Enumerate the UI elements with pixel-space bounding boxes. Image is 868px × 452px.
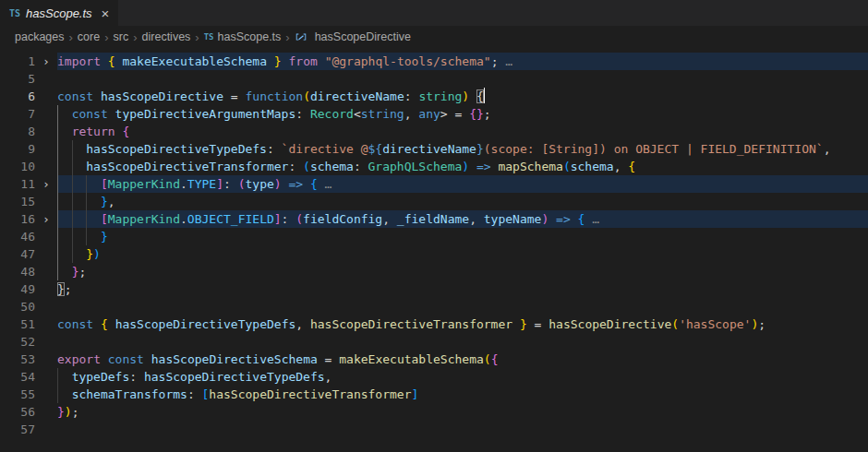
code-content[interactable]: } bbox=[57, 228, 868, 245]
typescript-file-icon: TS bbox=[204, 32, 214, 42]
code-line-10[interactable]: 10hasScopeDirectiveTransformer: (schema:… bbox=[0, 158, 868, 175]
line-number: 49 bbox=[0, 280, 35, 298]
tab-hasscope[interactable]: TS hasScope.ts × bbox=[0, 0, 118, 26]
code-line-1[interactable]: 1›import { makeExecutableSchema } from "… bbox=[0, 53, 868, 70]
indent-guide bbox=[72, 158, 87, 175]
breadcrumb-item-symbol[interactable]: hasScopeDirective bbox=[295, 30, 411, 43]
code-token: [ bbox=[101, 212, 108, 226]
fold-chevron-icon[interactable]: › bbox=[35, 175, 57, 193]
fold-chevron-icon[interactable]: › bbox=[35, 53, 57, 70]
code-content[interactable]: import { makeExecutableSchema } from "@g… bbox=[57, 53, 868, 70]
code-token: from bbox=[288, 54, 317, 68]
breadcrumb-item-directives[interactable]: directives bbox=[142, 30, 191, 43]
code-line-46[interactable]: 46} bbox=[0, 228, 868, 245]
code-editor[interactable]: 1›import { makeExecutableSchema } from "… bbox=[0, 48, 868, 438]
code-line-56[interactable]: 56}); bbox=[0, 403, 868, 421]
code-token: } bbox=[274, 54, 282, 68]
code-line-15[interactable]: 15}, bbox=[0, 193, 868, 210]
close-icon[interactable]: × bbox=[102, 6, 110, 20]
code-line-48[interactable]: 48}; bbox=[0, 263, 868, 280]
code-content[interactable]: return { bbox=[57, 123, 868, 140]
line-number: 16 bbox=[0, 210, 35, 228]
code-content[interactable]: export const hasScopeDirectiveSchema = m… bbox=[57, 351, 868, 368]
code-line-9[interactable]: 9hasScopeDirectiveTypeDefs: `directive @… bbox=[0, 140, 868, 158]
code-token: ] bbox=[216, 177, 223, 191]
code-content[interactable]: }); bbox=[57, 403, 868, 421]
code-content[interactable]: hasScopeDirectiveTransformer: (schema: G… bbox=[57, 158, 868, 175]
code-line-6[interactable]: 6const hasScopeDirective = function(dire… bbox=[0, 88, 868, 105]
indent-guide bbox=[57, 105, 72, 123]
typescript-file-icon: TS bbox=[9, 8, 20, 18]
code-line-47[interactable]: 47}) bbox=[0, 245, 868, 263]
code-token: … bbox=[498, 54, 512, 68]
line-number: 9 bbox=[0, 140, 35, 158]
line-number: 54 bbox=[0, 368, 35, 386]
code-line-57[interactable]: 57 bbox=[0, 421, 868, 438]
code-content[interactable] bbox=[57, 421, 868, 438]
code-line-55[interactable]: 55schemaTransforms: [hasScopeDirectiveTr… bbox=[0, 386, 868, 403]
code-token: string bbox=[361, 107, 404, 121]
code-content[interactable]: const hasScopeDirective = function(direc… bbox=[57, 88, 868, 105]
code-token: `directive @ bbox=[282, 142, 368, 156]
code-token: return bbox=[72, 125, 115, 138]
code-token: ) bbox=[462, 160, 469, 173]
code-content[interactable]: const typeDirectiveArgumentMaps: Record<… bbox=[57, 105, 868, 123]
code-token: , bbox=[295, 317, 310, 331]
line-number: 46 bbox=[0, 228, 35, 245]
code-line-53[interactable]: 53export const hasScopeDirectiveSchema =… bbox=[0, 351, 868, 368]
code-line-50[interactable]: 50 bbox=[0, 298, 868, 315]
code-token bbox=[267, 54, 274, 68]
indent-guide bbox=[86, 210, 101, 228]
line-number: 10 bbox=[0, 158, 35, 175]
code-token: schemaTransforms bbox=[72, 387, 187, 401]
code-token: => bbox=[476, 160, 491, 173]
code-content[interactable]: }; bbox=[57, 280, 868, 298]
code-content[interactable]: typeDefs: hasScopeDirectiveTypeDefs, bbox=[57, 368, 868, 386]
gutter: 6 bbox=[0, 88, 57, 105]
indent-guide bbox=[72, 245, 87, 263]
code-token: = bbox=[223, 89, 245, 103]
code-content[interactable]: const { hasScopeDirectiveTypeDefs, hasSc… bbox=[57, 315, 868, 333]
code-line-51[interactable]: 51const { hasScopeDirectiveTypeDefs, has… bbox=[0, 315, 868, 333]
code-token: { bbox=[310, 177, 318, 191]
code-token: function bbox=[246, 89, 304, 103]
code-line-11[interactable]: 11›[MapperKind.TYPE]: (type) => { … bbox=[0, 175, 868, 193]
code-content[interactable] bbox=[57, 70, 868, 88]
code-content[interactable]: schemaTransforms: [hasScopeDirectiveTran… bbox=[57, 386, 868, 403]
code-line-16[interactable]: 16›[MapperKind.OBJECT_FIELD]: (fieldConf… bbox=[0, 210, 868, 228]
code-content[interactable]: }; bbox=[57, 263, 868, 280]
code-token: typeDefs bbox=[72, 370, 130, 384]
code-content[interactable]: hasScopeDirectiveTypeDefs: `directive @$… bbox=[57, 140, 868, 158]
code-content[interactable]: [MapperKind.TYPE]: (type) => { … bbox=[57, 175, 868, 193]
code-token: [ bbox=[101, 177, 108, 191]
breadcrumb-item-file[interactable]: TS hasScope.ts bbox=[204, 30, 282, 43]
breadcrumb-item-packages[interactable]: packages bbox=[15, 30, 65, 43]
breadcrumb-item-src[interactable]: src bbox=[114, 30, 129, 43]
code-line-7[interactable]: 7const typeDirectiveArgumentMaps: Record… bbox=[0, 105, 868, 123]
code-token: ( bbox=[671, 317, 679, 331]
indent-guide bbox=[57, 140, 72, 158]
code-token: : bbox=[267, 142, 282, 156]
code-line-5[interactable]: 5 bbox=[0, 70, 868, 88]
code-token: TYPE bbox=[187, 177, 216, 191]
code-line-49[interactable]: 49}; bbox=[0, 280, 868, 298]
code-content[interactable] bbox=[57, 298, 868, 315]
breadcrumb-path: packages›core›src›directives› bbox=[15, 30, 204, 44]
fold-chevron-icon[interactable]: › bbox=[35, 210, 57, 228]
code-line-8[interactable]: 8return { bbox=[0, 123, 868, 140]
code-token: : bbox=[354, 160, 368, 173]
code-content[interactable] bbox=[57, 333, 868, 351]
breadcrumb-item-core[interactable]: core bbox=[78, 30, 100, 43]
code-content[interactable]: [MapperKind.OBJECT_FIELD]: (fieldConfig,… bbox=[57, 210, 868, 228]
indent-guide bbox=[86, 175, 101, 193]
code-token: ( bbox=[484, 352, 491, 366]
code-token: ( bbox=[303, 160, 310, 173]
code-line-54[interactable]: 54typeDefs: hasScopeDirectiveTypeDefs, bbox=[0, 368, 868, 386]
gutter: 7 bbox=[0, 105, 57, 123]
code-token: ; bbox=[72, 405, 79, 419]
code-token: const bbox=[108, 352, 144, 366]
code-content[interactable]: }) bbox=[57, 245, 868, 263]
code-line-52[interactable]: 52 bbox=[0, 333, 868, 351]
code-content[interactable]: }, bbox=[57, 193, 868, 210]
code-token: , bbox=[108, 195, 115, 208]
